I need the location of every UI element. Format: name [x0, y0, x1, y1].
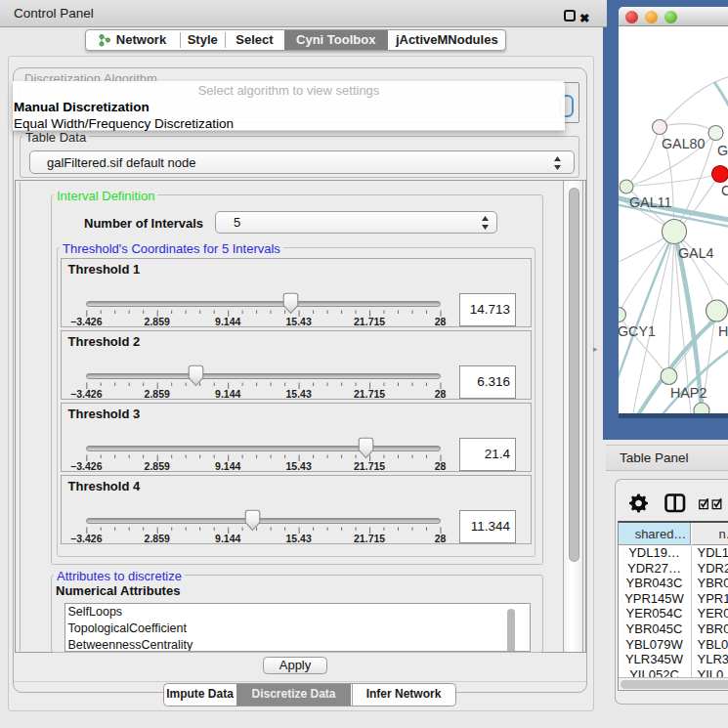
svg-text:GAL4: GAL4	[678, 245, 714, 261]
svg-text:C: C	[721, 183, 728, 198]
svg-text:H: H	[718, 323, 728, 339]
svg-text:GA: GA	[717, 143, 728, 158]
svg-text:HAP2: HAP2	[670, 385, 707, 401]
svg-text:GAL11: GAL11	[629, 194, 671, 210]
svg-text:GAL80: GAL80	[662, 136, 706, 151]
svg-text:GCY1: GCY1	[619, 323, 656, 339]
